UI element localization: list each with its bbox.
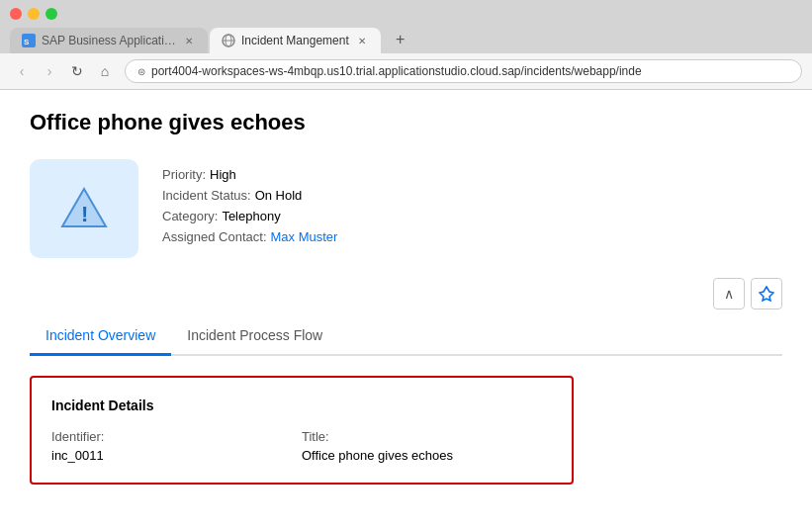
minimize-button[interactable] — [28, 8, 40, 20]
globe-icon — [222, 34, 235, 47]
bookmark-button[interactable] — [751, 278, 782, 310]
tab-incident-overview[interactable]: Incident Overview — [30, 317, 171, 356]
status-label: Incident Status: — [162, 188, 251, 203]
tab2-close-button[interactable]: ✕ — [355, 34, 369, 47]
scroll-up-button[interactable]: ∧ — [713, 278, 745, 310]
svg-text:S: S — [24, 38, 30, 46]
page-title: Office phone gives echoes — [30, 110, 782, 135]
tab1-title: SAP Business Application Stu — [42, 34, 176, 47]
contact-row: Assigned Contact: Max Muster — [162, 229, 337, 244]
page-content: Office phone gives echoes ! Priority: Hi… — [0, 90, 812, 531]
incident-icon-box: ! — [30, 159, 138, 258]
warning-triangle-icon: ! — [59, 184, 109, 233]
browser-chrome: S SAP Business Application Stu ✕ Inciden… — [0, 0, 812, 90]
sap-icon: S — [22, 34, 36, 47]
svg-text:!: ! — [81, 202, 88, 226]
priority-label: Priority: — [162, 167, 206, 182]
priority-value: High — [210, 167, 236, 182]
tab1-close-button[interactable]: ✕ — [182, 34, 196, 47]
incident-header: ! Priority: High Incident Status: On Hol… — [30, 159, 782, 258]
close-button[interactable] — [10, 8, 22, 20]
tab-incident-process-flow[interactable]: Incident Process Flow — [171, 317, 338, 356]
address-bar: ‹ › ↻ ⌂ ⊜ port4004-workspaces-ws-4mbqp.u… — [0, 53, 812, 90]
refresh-button[interactable]: ↻ — [65, 59, 89, 83]
title-column: Title: Office phone gives echoes — [302, 429, 552, 463]
incident-meta: Priority: High Incident Status: On Hold … — [162, 159, 337, 258]
contact-value[interactable]: Max Muster — [271, 229, 338, 244]
lock-icon: ⊜ — [137, 66, 145, 77]
identifier-label: Identifier: — [51, 429, 302, 444]
category-row: Category: Telephony — [162, 209, 337, 223]
url-domain: port4004-workspaces-ws-4mbqp.us10.trial.… — [151, 64, 521, 78]
title-bar — [0, 0, 812, 20]
back-button[interactable]: ‹ — [10, 59, 34, 83]
traffic-lights — [10, 8, 57, 20]
identifier-column: Identifier: inc_0011 — [51, 429, 302, 463]
status-row: Incident Status: On Hold — [162, 188, 337, 203]
forward-button[interactable]: › — [38, 59, 61, 83]
nav-buttons: ‹ › ↻ ⌂ — [10, 59, 117, 83]
maximize-button[interactable] — [45, 8, 57, 20]
browser-tab-2[interactable]: Incident Mangement ✕ — [210, 28, 381, 53]
identifier-value: inc_0011 — [51, 448, 302, 463]
title-label: Title: — [302, 429, 552, 444]
details-grid: Identifier: inc_0011 Title: Office phone… — [51, 429, 552, 463]
category-value: Telephony — [222, 209, 280, 223]
tab2-title: Incident Mangement — [241, 34, 349, 47]
title-value: Office phone gives echoes — [302, 448, 552, 463]
page-toolbar: ∧ — [30, 278, 782, 310]
status-value: On Hold — [255, 188, 303, 203]
priority-row: Priority: High — [162, 167, 337, 182]
url-text: port4004-workspaces-ws-4mbqp.us10.trial.… — [151, 64, 642, 78]
url-path: /incidents/webapp/inde — [521, 64, 642, 78]
url-bar[interactable]: ⊜ port4004-workspaces-ws-4mbqp.us10.tria… — [125, 59, 802, 83]
home-button[interactable]: ⌂ — [93, 59, 117, 83]
browser-tab-1[interactable]: S SAP Business Application Stu ✕ — [10, 28, 208, 53]
new-tab-button[interactable]: + — [387, 26, 414, 53]
contact-label: Assigned Contact: — [162, 229, 267, 244]
category-label: Category: — [162, 209, 218, 223]
pin-icon — [759, 286, 774, 302]
details-section-title: Incident Details — [51, 398, 552, 413]
section-tabs: Incident Overview Incident Process Flow — [30, 317, 782, 356]
incident-details-card: Incident Details Identifier: inc_0011 Ti… — [30, 376, 574, 485]
browser-tabs-bar: S SAP Business Application Stu ✕ Inciden… — [0, 20, 812, 53]
